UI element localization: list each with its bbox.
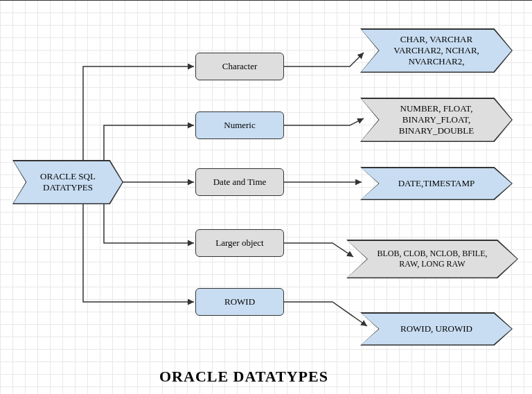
category-label: Date and Time (213, 177, 267, 188)
types-label: CHAR, VARCHAR VARCHAR2, NCHAR, NVARCHAR2… (362, 30, 512, 72)
category-largeobject: Larger object (195, 229, 284, 257)
category-character: Character (195, 53, 284, 80)
types-numeric: NUMBER, FLOAT, BINARY_FLOAT, BINARY_DOUB… (360, 98, 513, 142)
category-label: Character (222, 61, 258, 72)
types-label: DATE,TIMESTAMP (362, 168, 512, 199)
types-largeobject: BLOB, CLOB, NCLOB, BFILE, RAW, LONG RAW (346, 240, 518, 278)
types-rowid: ROWID, UROWID (360, 312, 513, 346)
types-label: NUMBER, FLOAT, BINARY_FLOAT, BINARY_DOUB… (362, 99, 512, 141)
category-rowid: ROWID (195, 288, 284, 316)
types-character: CHAR, VARCHAR VARCHAR2, NCHAR, NVARCHAR2… (360, 28, 513, 73)
root-node: ORACLE SQL DATATYPES (12, 160, 123, 204)
category-label: ROWID (224, 296, 255, 307)
category-datetime: Date and Time (195, 168, 284, 196)
root-label: ORACLE SQL DATATYPES (14, 161, 123, 204)
category-numeric: Numeric (195, 111, 284, 139)
category-label: Numeric (224, 120, 255, 131)
diagram-title: ORACLE DATATYPES (159, 368, 328, 386)
category-label: Larger object (215, 238, 263, 249)
types-datetime: DATE,TIMESTAMP (360, 167, 513, 200)
types-label: BLOB, CLOB, NCLOB, BFILE, RAW, LONG RAW (348, 241, 517, 278)
types-label: ROWID, UROWID (362, 314, 512, 345)
